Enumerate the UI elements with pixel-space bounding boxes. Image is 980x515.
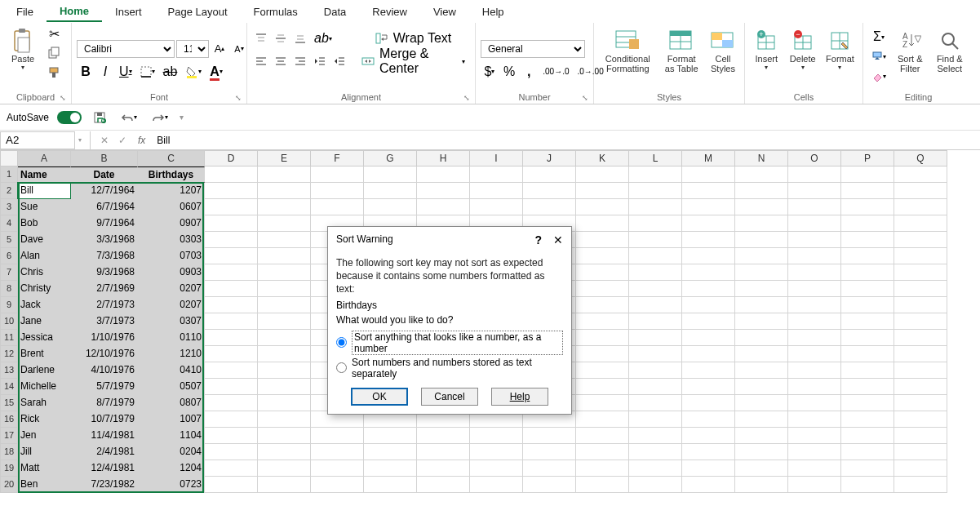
column-header-G[interactable]: G [364,150,417,166]
cell[interactable] [205,428,258,444]
cell[interactable] [258,411,311,428]
cell[interactable] [576,166,629,183]
cell[interactable]: 10/7/1979 [71,411,138,428]
cell[interactable] [629,166,682,183]
sort-option-separately[interactable]: Sort numbers and numbers stored as text … [336,357,563,380]
cell[interactable] [205,477,258,493]
cell[interactable]: Rick [18,411,71,428]
cell[interactable]: Christy [18,281,71,297]
cell[interactable] [258,362,311,379]
cell[interactable] [894,264,947,281]
cell[interactable] [841,395,894,411]
cell[interactable] [311,166,364,183]
cell[interactable]: Sue [18,199,71,215]
cell[interactable] [629,379,682,395]
cell[interactable] [523,428,576,444]
cell[interactable] [735,281,788,297]
cell[interactable] [841,199,894,215]
cell[interactable] [311,477,364,493]
cell[interactable] [682,166,735,183]
cell[interactable] [629,395,682,411]
cell[interactable]: 2/7/1969 [71,281,138,297]
cell[interactable] [311,444,364,460]
cell[interactable]: Brent [18,346,71,362]
cell[interactable]: 1210 [138,346,205,362]
cell[interactable] [682,362,735,379]
cell[interactable]: 0207 [138,297,205,313]
row-header[interactable]: 20 [0,477,18,493]
row-header[interactable]: 17 [0,428,18,444]
cell[interactable] [735,460,788,477]
cell[interactable]: Jane [18,313,71,330]
cell[interactable] [788,346,841,362]
column-header-O[interactable]: O [788,150,841,166]
cell[interactable] [682,460,735,477]
row-header[interactable]: 7 [0,264,18,281]
sort-filter-button[interactable]: AZ Sort & Filter [893,24,928,77]
cell[interactable] [629,281,682,297]
cell[interactable]: Ben [18,477,71,493]
cell[interactable] [682,232,735,248]
row-header[interactable]: 5 [0,232,18,248]
cell[interactable] [841,460,894,477]
cell[interactable] [841,411,894,428]
cell[interactable]: Matt [18,460,71,477]
cell[interactable] [258,313,311,330]
cell[interactable] [682,346,735,362]
cell[interactable] [788,215,841,232]
cell[interactable] [205,297,258,313]
cell[interactable] [788,460,841,477]
cell[interactable] [417,460,470,477]
cell[interactable] [470,166,523,183]
cell[interactable] [841,248,894,264]
cell[interactable] [894,460,947,477]
cell[interactable] [629,264,682,281]
column-header-N[interactable]: N [735,150,788,166]
cell[interactable] [205,166,258,183]
cell[interactable] [894,379,947,395]
cell[interactable] [576,379,629,395]
align-center-button[interactable] [272,52,290,70]
cell[interactable] [576,428,629,444]
row-header[interactable]: 12 [0,346,18,362]
cell[interactable] [258,477,311,493]
dialog-launcher-icon[interactable]: ⤡ [463,94,470,102]
cell[interactable] [258,183,311,199]
cell[interactable] [311,460,364,477]
row-header[interactable]: 16 [0,411,18,428]
cell[interactable] [788,444,841,460]
cell[interactable] [841,166,894,183]
cell[interactable] [470,183,523,199]
cell[interactable] [576,281,629,297]
cell[interactable]: 1207 [138,183,205,199]
dialog-launcher-icon[interactable]: ⤡ [60,94,66,102]
cell[interactable] [788,166,841,183]
cell[interactable] [576,460,629,477]
cell[interactable] [258,395,311,411]
find-select-button[interactable]: Find & Select [931,24,969,77]
cell[interactable] [205,395,258,411]
cell[interactable] [576,346,629,362]
cell[interactable] [417,183,470,199]
column-header-F[interactable]: F [311,150,364,166]
row-header[interactable]: 4 [0,215,18,232]
cell[interactable] [788,395,841,411]
cell[interactable] [894,281,947,297]
cell[interactable] [258,444,311,460]
cell[interactable] [735,346,788,362]
cell[interactable] [470,477,523,493]
cell[interactable] [364,444,417,460]
cell[interactable] [682,477,735,493]
cell[interactable] [576,297,629,313]
paste-button[interactable]: Paste ▾ [5,24,41,74]
cell[interactable] [258,330,311,346]
cell[interactable]: 5/7/1979 [71,379,138,395]
delete-cells-button[interactable]: − Delete▾ [786,24,818,74]
column-header-K[interactable]: K [576,150,629,166]
cell[interactable]: Bill [18,183,71,199]
row-header[interactable]: 11 [0,330,18,346]
fill-color-button[interactable]: ▾ [182,63,205,81]
cell[interactable] [841,264,894,281]
cell[interactable] [682,215,735,232]
cell[interactable] [576,183,629,199]
